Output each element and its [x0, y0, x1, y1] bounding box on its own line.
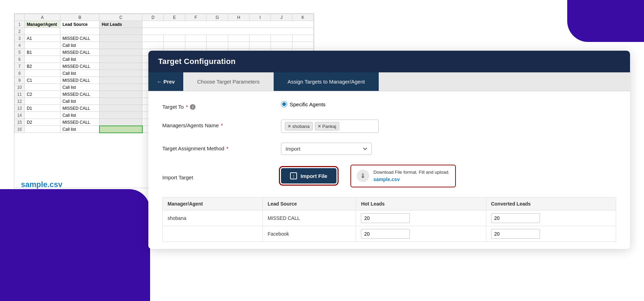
cell-c-7: [99, 84, 142, 91]
cell-b-12: MISSED CALL: [60, 119, 99, 126]
row-num-13: 13: [15, 105, 25, 112]
cell-a-9: [24, 98, 60, 105]
cell-a-4: B2: [24, 63, 60, 70]
cell-a-5: [24, 70, 60, 77]
row-num-8: 8: [15, 70, 25, 77]
cell-extra-1-0: [142, 42, 164, 49]
cell-agent-1: [163, 226, 263, 242]
cell-extra-0-0: [142, 35, 164, 42]
cell-c-8: [99, 91, 142, 98]
cell-c-2: [99, 49, 142, 56]
row-num-10: 10: [15, 84, 25, 91]
hot-leads-input-1[interactable]: [361, 229, 410, 239]
col-header-f: F: [185, 14, 206, 21]
cell-extra-0-7: [292, 35, 313, 42]
cell-extra-1-5: [249, 42, 271, 49]
specific-agents-radio[interactable]: Specific Agents: [281, 101, 326, 107]
cell-b-0: MISSED CALL: [60, 35, 99, 42]
cell-b-1: Call list: [60, 42, 99, 49]
hot-leads-input-0[interactable]: [361, 213, 410, 223]
cell-converted-1: [486, 226, 616, 242]
cell-c-13: [99, 126, 142, 133]
row-num-15: 15: [15, 119, 25, 126]
cell-b-5: Call list: [60, 70, 99, 77]
download-circle-icon: ⇓: [357, 170, 369, 182]
cell-extra-1-6: [271, 42, 292, 49]
cell-extra-1-4: [228, 42, 249, 49]
row-num-11: 11: [15, 91, 25, 98]
target-to-value: Specific Agents: [281, 101, 616, 107]
target-to-row: Target To * i Specific Agents: [162, 101, 616, 110]
table-header-row: Manager/Agent Lead Source Hot Leads Conv…: [163, 197, 616, 210]
col-header-d: D: [142, 14, 164, 21]
managers-agents-value: × shobana × Pankaj: [281, 120, 616, 133]
managers-agents-row: Managers/Agents Name * × shobana × Panka…: [162, 120, 616, 133]
import-target-label: Import Target: [162, 172, 281, 180]
col-header-rownum: [15, 14, 25, 21]
assignment-method-value: Import Manual: [281, 143, 616, 155]
col-header-i: I: [249, 14, 271, 21]
cell-c-5: [99, 70, 142, 77]
col-header-c: C: [99, 14, 142, 21]
cell-agent-0: shobana: [163, 210, 263, 226]
cell-c-1: [99, 42, 142, 49]
cell-extra-0-3: [207, 35, 228, 42]
cell-c-3: [99, 56, 142, 63]
import-target-value: ↕ Import File ⇓ Download File format. Fi…: [281, 165, 616, 187]
row-num-6: 6: [15, 56, 25, 63]
converted-leads-input-0[interactable]: [491, 213, 540, 223]
row-num-14: 14: [15, 112, 25, 119]
cell-extra-1-3: [207, 42, 228, 49]
row-num-4: 4: [15, 42, 25, 49]
assignment-method-select[interactable]: Import Manual: [281, 143, 372, 155]
tag-pankaj-label: Pankaj: [322, 124, 336, 129]
tag-input-area[interactable]: × shobana × Pankaj: [281, 120, 379, 133]
row-num-12: 12: [15, 98, 25, 105]
cell-extra-0-5: [249, 35, 271, 42]
cell-2b: [60, 28, 99, 35]
row-num-5: 5: [15, 49, 25, 56]
cell-b-13: Call list: [60, 126, 99, 133]
row-num-3: 3: [15, 35, 25, 42]
dialog-header: Target Configuration: [148, 51, 630, 72]
download-sample-link[interactable]: sample.csv: [373, 177, 400, 182]
tab-assign-targets[interactable]: Assign Targets to Manager/Agent: [274, 72, 379, 91]
tag-shobana-label: shobana: [292, 124, 310, 129]
target-configuration-dialog: Target Configuration ← Prev Choose Targe…: [148, 51, 630, 249]
cell-c-11: [99, 112, 142, 119]
col-header-b: B: [60, 14, 99, 21]
cell-b-4: MISSED CALL: [60, 63, 99, 70]
cell-b-8: MISSED CALL: [60, 91, 99, 98]
prev-button[interactable]: ← Prev: [148, 72, 183, 91]
cell-a-11: [24, 112, 60, 119]
tag-shobana-remove[interactable]: ×: [288, 123, 291, 129]
cell-hot-0: [356, 210, 486, 226]
cell-source-0: MISSED CALL: [262, 210, 356, 226]
cell-a-1: [24, 42, 60, 49]
cell-b-2: MISSED CALL: [60, 49, 99, 56]
cell-c-0: [99, 35, 142, 42]
cell-extra-0-6: [271, 35, 292, 42]
download-hint-box: ⇓ Download File format. Fill and upload.…: [350, 165, 456, 187]
col-header-h: H: [228, 14, 249, 21]
target-to-label: Target To * i: [162, 101, 281, 110]
cell-a-3: [24, 56, 60, 63]
row-num-9: 9: [15, 77, 25, 84]
spreadsheet-row: 4Call list: [15, 42, 314, 49]
info-icon[interactable]: i: [190, 104, 195, 110]
cell-source-1: Facebook: [262, 226, 356, 242]
tag-pankaj-remove[interactable]: ×: [318, 123, 321, 129]
specific-agents-radio-input[interactable]: [281, 101, 287, 107]
cell-2rest: [142, 28, 314, 35]
import-file-button[interactable]: ↕ Import File: [281, 168, 336, 184]
tab-choose-parameters[interactable]: Choose Target Parameters: [183, 72, 274, 91]
bg-accent-bottom-left: [0, 189, 150, 301]
dialog-nav: ← Prev Choose Target Parameters Assign T…: [148, 72, 630, 91]
cell-a-12: D2: [24, 119, 60, 126]
cell-c-9: [99, 98, 142, 105]
cell-b-3: Call list: [60, 56, 99, 63]
converted-leads-input-1[interactable]: [491, 229, 540, 239]
cell-c-6: [99, 77, 142, 84]
table-row: Facebook: [163, 226, 616, 242]
cell-converted-0: [486, 210, 616, 226]
